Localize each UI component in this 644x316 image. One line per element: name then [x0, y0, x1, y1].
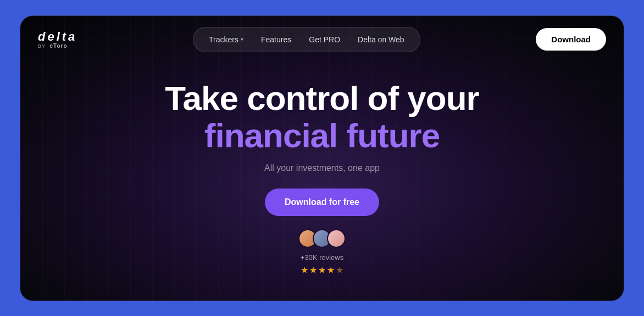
logo-by: BY eToro — [38, 43, 68, 49]
nav-delta-on-web[interactable]: Delta on Web — [351, 32, 411, 47]
reviews-section: +30K reviews ★ ★ ★ ★ ★ — [298, 229, 346, 275]
download-free-button[interactable]: Download for free — [265, 189, 379, 216]
reviews-count: +30K reviews — [301, 253, 343, 262]
star-icon: ★ — [301, 265, 308, 275]
nav-features[interactable]: Features — [254, 32, 298, 47]
star-icon: ★ — [309, 265, 317, 275]
navbar: delta BY eToro Trackers ▾ Features Get P… — [20, 16, 624, 63]
star-rating: ★ ★ ★ ★ ★ — [301, 265, 343, 275]
logo-text: delta — [38, 30, 77, 44]
logo: delta BY eToro — [38, 30, 77, 49]
main-container: delta BY eToro Trackers ▾ Features Get P… — [20, 15, 624, 301]
chevron-down-icon: ▾ — [241, 36, 243, 42]
hero-title-line2: financial future — [204, 117, 440, 154]
star-half-icon: ★ — [336, 265, 343, 275]
hero-section: Take control of your financial future Al… — [20, 69, 624, 286]
nav-get-pro[interactable]: Get PRO — [302, 32, 347, 47]
star-icon: ★ — [327, 265, 335, 275]
hero-title-line1: Take control of your — [165, 80, 479, 117]
star-icon: ★ — [318, 265, 326, 275]
hero-subtitle: All your investments, one app — [264, 163, 380, 173]
avatar — [327, 229, 346, 248]
nav-trackers[interactable]: Trackers ▾ — [202, 32, 250, 47]
nav-links: Trackers ▾ Features Get PRO Delta on Web — [193, 27, 420, 52]
download-button[interactable]: Download — [536, 28, 606, 51]
avatar-group — [298, 229, 346, 248]
